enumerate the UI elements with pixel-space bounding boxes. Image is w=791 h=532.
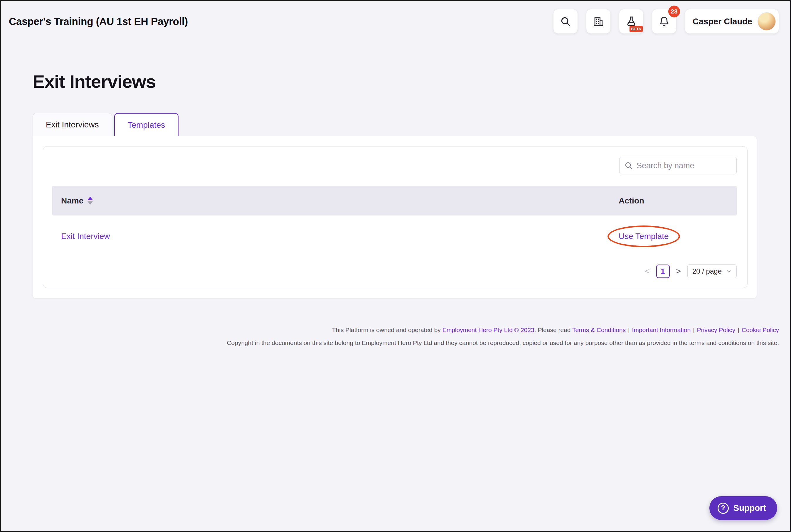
templates-panel: Name Action Exit Interview Use T: [43, 146, 748, 288]
sort-asc-icon: [88, 197, 93, 200]
panel-toolbar: [52, 157, 737, 174]
footer-separator: |: [738, 326, 739, 333]
organisation-button[interactable]: [586, 10, 610, 34]
prev-page-button[interactable]: <: [645, 267, 649, 276]
pagination: < 1 > 20 / page: [52, 264, 737, 278]
action-cell: Use Template: [619, 232, 737, 241]
footer-separator: |: [693, 326, 694, 333]
templates-table: Name Action Exit Interview Use T: [52, 186, 737, 257]
table-row: Exit Interview Use Template: [52, 215, 737, 257]
footer-line-2: Copyright in the documents on this site …: [115, 337, 779, 349]
search-by-name-box[interactable]: [619, 157, 737, 174]
sort-toggle[interactable]: [88, 197, 93, 205]
table-header-row: Name Action: [52, 186, 737, 215]
question-mark-icon: ?: [718, 502, 729, 514]
privacy-policy-link[interactable]: Privacy Policy: [697, 326, 735, 333]
bell-icon: [659, 16, 670, 27]
column-name-label: Name: [61, 196, 83, 206]
page-size-value: 20 / page: [692, 267, 722, 276]
use-template-link[interactable]: Use Template: [619, 232, 669, 241]
legal-footer: This Platform is owned and operated by E…: [115, 324, 779, 349]
support-button[interactable]: ? Support: [709, 496, 777, 520]
tab-templates[interactable]: Templates: [114, 113, 179, 136]
beta-badge: BETA: [629, 26, 643, 32]
name-cell: Exit Interview: [52, 232, 619, 241]
footer-line-1: This Platform is owned and operated by E…: [115, 324, 779, 337]
footer-text: . Please read: [534, 326, 572, 333]
cookie-policy-link[interactable]: Cookie Policy: [742, 326, 779, 333]
important-information-link[interactable]: Important Information: [632, 326, 691, 333]
templates-card: Name Action Exit Interview Use T: [33, 136, 757, 298]
search-by-name-input[interactable]: [637, 161, 732, 170]
app-window: Casper's Training (AU 1st EH Payroll): [0, 0, 791, 532]
template-name-link[interactable]: Exit Interview: [61, 232, 110, 241]
column-header-action: Action: [619, 196, 737, 206]
flask-icon: [626, 16, 637, 27]
next-page-button[interactable]: >: [676, 267, 681, 276]
header-actions: BETA 23 Casper Claude: [553, 10, 779, 34]
building-icon: [593, 16, 604, 27]
page-size-select[interactable]: 20 / page: [688, 264, 737, 278]
notifications-button[interactable]: 23: [652, 10, 676, 34]
top-header: Casper's Training (AU 1st EH Payroll): [1, 1, 790, 42]
notification-count-badge: 23: [668, 5, 680, 17]
avatar: [757, 12, 776, 31]
user-name: Casper Claude: [693, 17, 752, 26]
org-title: Casper's Training (AU 1st EH Payroll): [9, 16, 188, 27]
tab-bar: Exit Interviews Templates: [33, 113, 790, 136]
company-link[interactable]: Employment Hero Pty Ltd © 2023: [442, 326, 534, 333]
search-button[interactable]: [553, 10, 578, 34]
search-icon: [560, 16, 571, 27]
terms-link[interactable]: Terms & Conditions: [572, 326, 626, 333]
footer-text: This Platform is owned and operated by: [332, 326, 442, 333]
page-title: Exit Interviews: [33, 71, 790, 92]
current-page-button[interactable]: 1: [656, 265, 670, 278]
tab-exit-interviews[interactable]: Exit Interviews: [33, 113, 112, 136]
sort-desc-icon: [88, 202, 93, 205]
beta-features-button[interactable]: BETA: [619, 10, 643, 34]
chevron-down-icon: [726, 268, 732, 274]
support-label: Support: [733, 503, 766, 513]
search-icon: [624, 161, 633, 170]
user-menu[interactable]: Casper Claude: [685, 10, 779, 34]
column-header-name: Name: [52, 196, 619, 206]
footer-separator: |: [628, 326, 629, 333]
